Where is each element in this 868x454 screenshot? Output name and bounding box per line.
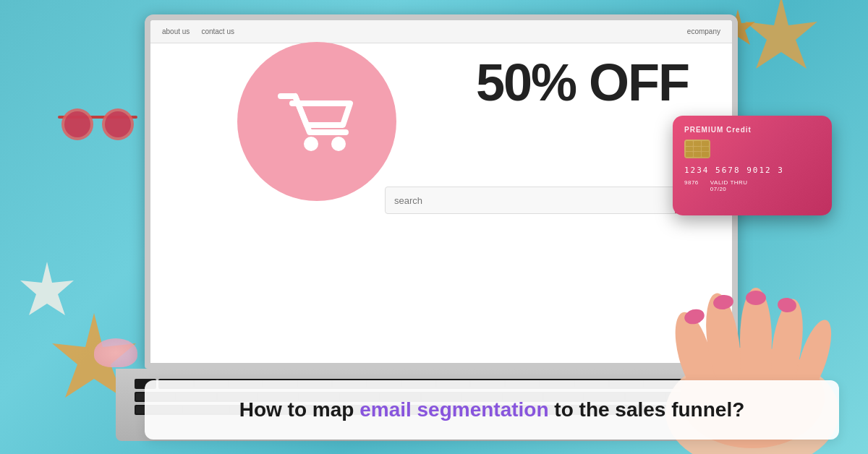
search-input[interactable]: [386, 195, 675, 206]
title-highlight: email segmentation: [359, 398, 548, 421]
nav-company: ecompany: [687, 27, 720, 35]
cart-circle: [237, 42, 396, 201]
sunglasses: [58, 101, 137, 145]
svg-point-10: [331, 137, 346, 151]
svg-point-8: [105, 111, 131, 137]
credit-card: PREMIUM Credit 1234 5678 9012 3 9876 VAL…: [673, 116, 832, 215]
svg-point-22: [746, 291, 766, 305]
shell: [94, 338, 137, 367]
card-valid-label: VALID THRU 07/20: [710, 179, 748, 192]
svg-point-7: [64, 111, 90, 137]
title-suffix: to the sales funnel?: [549, 398, 745, 421]
card-chip: [684, 140, 710, 158]
title-prefix: How to map: [239, 398, 359, 421]
discount-text: 50% OFF: [476, 56, 689, 108]
screen-nav-links: about us contact us: [162, 27, 234, 35]
card-number: 1234 5678 9012 3: [684, 166, 820, 175]
card-label: PREMIUM Credit: [684, 126, 820, 134]
nav-about: about us: [162, 27, 190, 35]
starfish-bottom-left-small: [14, 259, 80, 324]
nav-contact: contact us: [201, 27, 234, 35]
card-expiry: 07/20: [710, 186, 727, 192]
svg-marker-3: [20, 262, 74, 315]
page-background: about us contact us ecompany 50% OFF: [0, 0, 868, 454]
title-overlay: How to map email segmentation to the sal…: [145, 380, 839, 440]
card-cvv: 9876: [684, 179, 699, 192]
svg-point-9: [304, 137, 318, 151]
screen-navbar: about us contact us ecompany: [150, 20, 732, 43]
title-text: How to map email segmentation to the sal…: [166, 396, 817, 424]
card-info-row: 9876 VALID THRU 07/20: [684, 179, 820, 192]
